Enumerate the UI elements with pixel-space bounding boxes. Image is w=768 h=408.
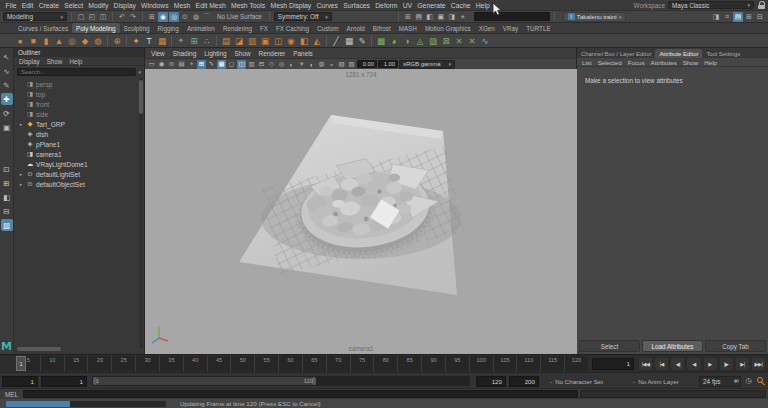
- viewport-canvas[interactable]: 1281 x 724 camera1: [145, 69, 577, 354]
- viewport-menu-view[interactable]: View: [151, 50, 165, 57]
- copy-tab-button[interactable]: Copy Tab: [705, 340, 766, 352]
- tab-attribute-editor[interactable]: Attribute Editor: [655, 49, 702, 58]
- snap-to-point-icon[interactable]: ◎: [169, 12, 179, 22]
- go-to-start-button[interactable]: |◀◀: [638, 357, 653, 371]
- menu-set-dropdown[interactable]: Modeling ▾: [3, 12, 67, 21]
- attribute-editor-menu-list[interactable]: List: [582, 59, 592, 66]
- animation-end-field[interactable]: 200: [509, 376, 539, 387]
- menu-mesh-tools[interactable]: Mesh Tools: [228, 2, 267, 9]
- bevel-icon[interactable]: ◪: [233, 35, 245, 47]
- outliner-menu-help[interactable]: Help: [69, 58, 82, 65]
- time-tick-50[interactable]: 50: [230, 356, 254, 371]
- layout-two-pane-side-icon[interactable]: ◧: [1, 191, 13, 203]
- outliner-item-dish[interactable]: ◈ dish: [14, 129, 144, 139]
- viewport-menu-lighting[interactable]: Lighting: [204, 50, 226, 57]
- outliner-vertical-scrollbar[interactable]: [139, 78, 143, 348]
- expand-icon[interactable]: ▸: [18, 181, 24, 187]
- shelf-tab-bifrost[interactable]: Bifrost: [369, 23, 395, 33]
- scale-tool-icon[interactable]: ▣: [1, 121, 13, 133]
- select-tool-icon[interactable]: ↖: [1, 51, 13, 63]
- outliner-item-persp[interactable]: ◨ persp: [14, 79, 144, 89]
- poly-plane-icon[interactable]: ◆: [79, 35, 91, 47]
- menu-file[interactable]: File: [3, 2, 19, 9]
- poly-torus-icon[interactable]: ◎: [66, 35, 78, 47]
- tab-tool-settings[interactable]: Tool Settings: [702, 49, 744, 58]
- safe-action-icon[interactable]: ◇: [267, 60, 276, 69]
- layout-single-pane-icon[interactable]: ⊡: [1, 163, 13, 175]
- filter-chevron-icon[interactable]: ▾: [138, 69, 141, 75]
- expand-icon[interactable]: ▸: [18, 171, 24, 177]
- current-frame-marker[interactable]: 1: [16, 356, 26, 371]
- free-image-plane-icon[interactable]: ⊞: [188, 35, 200, 47]
- time-tick-115[interactable]: 115: [540, 356, 564, 371]
- character-set-dropdown[interactable]: ⌄ No Character Set: [549, 376, 603, 387]
- time-tick-100[interactable]: 100: [469, 356, 493, 371]
- boolean-difference-icon[interactable]: ◕: [388, 35, 400, 47]
- shelf-tab-animation[interactable]: Animation: [183, 23, 219, 33]
- sweep-mesh-icon[interactable]: ▦: [156, 35, 168, 47]
- two-d-pan-zoom-icon[interactable]: ⊞: [197, 60, 206, 69]
- attribute-editor-menu-selected[interactable]: Selected: [598, 59, 622, 66]
- boolean-union-icon[interactable]: ▩: [375, 35, 387, 47]
- time-tick-30[interactable]: 30: [135, 356, 159, 371]
- time-tick-110[interactable]: 110: [516, 356, 540, 371]
- playback-loop-icon[interactable]: ∞: [731, 375, 742, 386]
- attribute-editor-menu-attributes[interactable]: Attributes: [651, 59, 677, 66]
- no-live-surface-label[interactable]: No Live Surface: [217, 13, 262, 20]
- layout-outliner-persp-icon[interactable]: ▥: [1, 219, 13, 231]
- shelf-tab-arnold[interactable]: Arnold: [343, 23, 369, 33]
- poly-cone-icon[interactable]: ▲: [53, 35, 65, 47]
- menu-edit[interactable]: Edit: [19, 2, 36, 9]
- modeling-toolkit-toggle-icon[interactable]: ◨: [711, 12, 721, 22]
- snap-to-view-plane-icon[interactable]: ⌒: [202, 12, 212, 22]
- poly-platonic-icon[interactable]: ⊕: [111, 35, 123, 47]
- camera-attributes-icon[interactable]: ⊙: [167, 60, 176, 69]
- time-tick-60[interactable]: 60: [278, 356, 302, 371]
- resolution-gate-icon[interactable]: ◫: [237, 60, 246, 69]
- wedge-icon[interactable]: ◭: [311, 35, 323, 47]
- bookmark-icon[interactable]: ▤: [177, 60, 186, 69]
- snap-to-curve-icon[interactable]: ◉: [158, 12, 168, 22]
- time-tick-90[interactable]: 90: [421, 356, 445, 371]
- new-scene-icon[interactable]: ▢: [76, 12, 86, 22]
- time-tick-65[interactable]: 65: [302, 356, 326, 371]
- time-tick-10[interactable]: 10: [40, 356, 64, 371]
- poly-sphere-icon[interactable]: ●: [14, 35, 26, 47]
- playback-end-field[interactable]: 120: [476, 376, 506, 387]
- menu-edit-mesh[interactable]: Edit Mesh: [193, 2, 228, 9]
- command-line-language-label[interactable]: MEL: [0, 391, 23, 398]
- time-tick-85[interactable]: 85: [397, 356, 421, 371]
- menu-curves[interactable]: Curves: [314, 2, 341, 9]
- time-tick-55[interactable]: 55: [254, 356, 278, 371]
- occlusion-toggle-icon[interactable]: ◍: [317, 60, 326, 69]
- select-button[interactable]: Select: [579, 340, 640, 352]
- range-slider-track[interactable]: 1 120: [92, 376, 470, 386]
- shelf-tab-curves-surfaces[interactable]: Curves / Surfaces: [14, 23, 72, 33]
- construction-history-icon[interactable]: ⊞: [403, 12, 413, 22]
- tool-settings-toggle-icon[interactable]: ⊞: [744, 12, 754, 22]
- xray-toggle-icon[interactable]: ▨: [347, 60, 356, 69]
- shadows-toggle-icon[interactable]: ◗: [307, 60, 316, 69]
- insert-edge-loop-icon[interactable]: ▦: [343, 35, 355, 47]
- load-attributes-button[interactable]: Load Attributes: [642, 340, 703, 352]
- step-forward-frame-button[interactable]: |▶: [719, 357, 734, 371]
- view-transform-dropdown[interactable]: sRGB gamma ▾: [399, 60, 455, 69]
- shelf-tab-rigging[interactable]: Rigging: [154, 23, 183, 33]
- lighting-toggle-icon[interactable]: ☀: [297, 60, 306, 69]
- combine-icon[interactable]: ▣: [259, 35, 271, 47]
- scrollbar-handle[interactable]: [139, 80, 143, 114]
- range-slider-bar[interactable]: 1 120: [93, 377, 316, 385]
- channel-box-toggle-icon[interactable]: ⊟: [755, 12, 765, 22]
- retopologize-icon[interactable]: ▨: [427, 35, 439, 47]
- shelf-tab-rendering[interactable]: Rendering: [219, 23, 256, 33]
- anim-layer-dropdown[interactable]: ⌄ No Anim Layer: [632, 376, 679, 387]
- menu-help[interactable]: Help: [473, 2, 492, 9]
- step-back-frame-button[interactable]: ◀|: [670, 357, 685, 371]
- outliner-item-camera1[interactable]: ◨ camera1: [14, 149, 144, 159]
- select-camera-icon[interactable]: ▭: [147, 60, 156, 69]
- move-tool-icon[interactable]: ✚: [1, 93, 13, 105]
- search-input[interactable]: [474, 12, 550, 21]
- open-scene-icon[interactable]: ◰: [87, 12, 97, 22]
- grid-toggle-icon[interactable]: ▦: [217, 60, 226, 69]
- time-tick-105[interactable]: 105: [493, 356, 517, 371]
